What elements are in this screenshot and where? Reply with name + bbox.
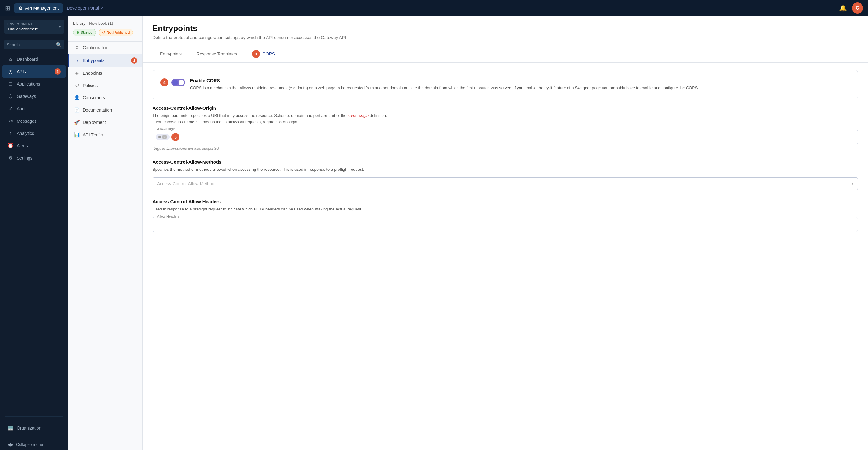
sidebar-item-label: Gateways xyxy=(17,94,36,99)
sec-nav-label: Documentation xyxy=(83,107,112,112)
sidebar-item-organization[interactable]: 🏢 Organization xyxy=(2,422,66,434)
allow-origin-desc: The origin parameter specifies a URI tha… xyxy=(153,112,858,126)
toggle-container: 4 xyxy=(160,78,185,87)
alerts-icon: ⏰ xyxy=(7,142,13,149)
sidebar-item-label: Settings xyxy=(17,156,33,161)
cors-toggle[interactable] xyxy=(172,79,185,86)
allow-origin-title: Access-Control-Allow-Origin xyxy=(153,105,858,110)
allow-methods-desc: Specifies the method or methods allowed … xyxy=(153,166,858,173)
sidebar-item-label: Organization xyxy=(17,425,41,430)
sec-nav-item-documentation[interactable]: 📄 Documentation xyxy=(68,104,142,116)
external-link-icon: ↗ xyxy=(100,6,104,10)
tag-dot xyxy=(158,136,161,138)
allow-methods-section: Access-Control-Allow-Methods Specifies t… xyxy=(153,159,858,190)
sec-nav-item-endpoints[interactable]: ◈ Endpoints xyxy=(68,67,142,79)
tag-remove-button[interactable]: × xyxy=(162,134,167,139)
toggle-row: 4 Enable CORS CORS is a mechanism that a… xyxy=(160,78,850,91)
sec-nav-item-entrypoints[interactable]: → Entrypoints 2 xyxy=(68,54,142,67)
apis-badge: 1 xyxy=(55,68,61,75)
sidebar-nav: ⌂ Dashboard ◎ APIs 1 □ Applications ⬡ Ga… xyxy=(0,52,68,414)
sec-nav-item-api-traffic[interactable]: 📊 API Traffic xyxy=(68,129,142,141)
tab-cors[interactable]: 3 CORS xyxy=(245,46,282,62)
allow-origin-input[interactable]: Allow-Origin × 5 xyxy=(153,130,858,144)
cors-tab-badge: 3 xyxy=(252,50,260,58)
sec-nav-label: Deployment xyxy=(83,120,106,125)
sec-nav-item-consumers[interactable]: 👤 Consumers xyxy=(68,91,142,104)
endpoints-icon: ◈ xyxy=(74,70,80,76)
sidebar-item-applications[interactable]: □ Applications xyxy=(2,78,66,90)
allow-headers-section: Access-Control-Allow-Headers Used in res… xyxy=(153,199,858,232)
developer-portal-label: Developer Portal xyxy=(67,6,99,10)
settings-icon: ⚙ xyxy=(7,155,13,161)
top-navigation: ⊞ ⚙ API Management Developer Portal ↗ 🔔 … xyxy=(0,0,868,16)
left-sidebar: Environment Trial environment ▾ Search..… xyxy=(0,16,68,450)
not-published-label: Not Published xyxy=(106,30,130,35)
sidebar-item-analytics[interactable]: ↑ Analytics xyxy=(2,127,66,139)
sidebar-item-messages[interactable]: ✉ Messages xyxy=(2,115,66,127)
sidebar-divider xyxy=(5,416,63,417)
analytics-icon: ↑ xyxy=(7,130,13,136)
entrypoints-icon: → xyxy=(74,58,80,63)
sidebar-item-apis[interactable]: ◎ APIs 1 xyxy=(2,65,66,78)
enable-cors-title: Enable CORS xyxy=(190,78,850,83)
environment-selector[interactable]: Environment Trial environment ▾ xyxy=(4,20,64,34)
sidebar-item-label: APIs xyxy=(17,69,26,74)
sidebar-item-label: Applications xyxy=(17,82,40,87)
enable-cors-card: 4 Enable CORS CORS is a mechanism that a… xyxy=(153,70,858,99)
user-avatar[interactable]: G xyxy=(852,2,863,13)
api-management-button[interactable]: ⚙ API Management xyxy=(14,3,63,13)
tab-response-templates[interactable]: Response Templates xyxy=(189,46,244,62)
allow-methods-placeholder: Access-Control-Allow-Methods xyxy=(157,181,216,186)
entrypoints-badge: 2 xyxy=(131,57,137,64)
grid-icon[interactable]: ⊞ xyxy=(5,4,10,12)
same-origin-link[interactable]: same-origin xyxy=(347,113,369,118)
tab-entrypoints[interactable]: Entrypoints xyxy=(153,46,189,62)
messages-icon: ✉ xyxy=(7,118,13,124)
sidebar-item-dashboard[interactable]: ⌂ Dashboard xyxy=(2,53,66,65)
sec-nav-item-deployment[interactable]: 🚀 Deployment xyxy=(68,116,142,129)
started-dot xyxy=(76,31,79,34)
content-area: 4 Enable CORS CORS is a mechanism that a… xyxy=(143,63,868,450)
sidebar-item-label: Alerts xyxy=(17,143,28,148)
secondary-sidebar: Library - New book (1) Started ↺ Not Pub… xyxy=(68,16,143,450)
sec-nav-item-policies[interactable]: 🛡 Policies xyxy=(68,79,142,91)
sidebar-item-settings[interactable]: ⚙ Settings xyxy=(2,152,66,164)
apis-icon: ◎ xyxy=(7,69,13,75)
allow-methods-title: Access-Control-Allow-Methods xyxy=(153,159,858,165)
documentation-icon: 📄 xyxy=(74,107,80,113)
gear-icon: ⚙ xyxy=(18,5,23,11)
main-content: Entrypoints Define the protocol and conf… xyxy=(143,16,868,450)
consumers-icon: 👤 xyxy=(74,95,80,100)
allow-origin-label: Allow-Origin xyxy=(156,127,177,131)
sec-nav-label: Entrypoints xyxy=(83,58,104,63)
search-icon[interactable]: 🔍 xyxy=(56,42,61,47)
sec-nav-label: API Traffic xyxy=(83,132,103,137)
notification-icon[interactable]: 🔔 xyxy=(839,4,847,12)
allow-methods-dropdown[interactable]: Access-Control-Allow-Methods ▾ xyxy=(153,177,858,190)
enable-cors-badge: 4 xyxy=(160,78,168,87)
sidebar-item-audit[interactable]: ✓ Audit xyxy=(2,103,66,115)
sidebar-item-label: Audit xyxy=(17,106,27,111)
tabs: Entrypoints Response Templates 3 CORS xyxy=(153,46,858,62)
sidebar-item-gateways[interactable]: ⬡ Gateways xyxy=(2,90,66,102)
allow-headers-input[interactable]: Allow-Headers xyxy=(153,217,858,232)
sec-nav-item-configuration[interactable]: ⚙ Configuration xyxy=(68,41,142,54)
allow-origin-section: Access-Control-Allow-Origin The origin p… xyxy=(153,105,858,151)
sec-nav-label: Configuration xyxy=(83,45,108,50)
policies-icon: 🛡 xyxy=(74,83,80,88)
developer-portal-link[interactable]: Developer Portal ↗ xyxy=(67,6,104,10)
sec-nav-label: Endpoints xyxy=(83,71,102,76)
not-published-icon: ↺ xyxy=(102,30,105,35)
secondary-nav: ⚙ Configuration → Entrypoints 2 ◈ Endpoi… xyxy=(68,41,142,141)
allow-origin-hint: Regular Expressions are also supported xyxy=(153,146,858,151)
chevron-down-icon: ▾ xyxy=(59,25,61,29)
collapse-menu-button[interactable]: ◀▶ Collapse menu xyxy=(2,439,66,450)
sec-nav-label: Policies xyxy=(83,83,98,88)
deployment-icon: 🚀 xyxy=(74,120,80,125)
started-label: Started xyxy=(81,30,93,35)
toggle-content: Enable CORS CORS is a mechanism that all… xyxy=(190,78,850,91)
search-box[interactable]: Search... 🔍 xyxy=(4,40,64,49)
sidebar-item-alerts[interactable]: ⏰ Alerts xyxy=(2,139,66,152)
sidebar-bottom: 🏢 Organization xyxy=(0,419,68,439)
top-nav-right: 🔔 G xyxy=(839,2,863,13)
